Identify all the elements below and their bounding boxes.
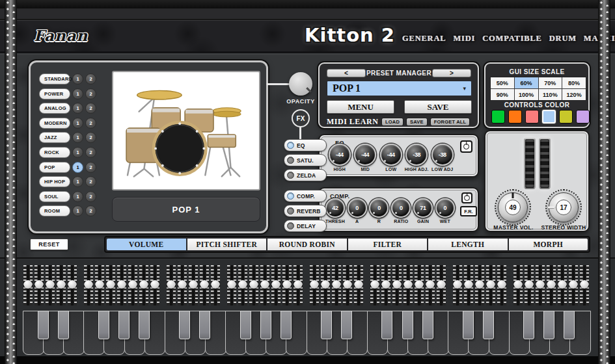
mixer-fader[interactable]	[580, 265, 589, 306]
mixer-fader[interactable]	[437, 265, 446, 306]
kit-variant-room-2[interactable]: 2	[85, 205, 96, 216]
kit-category-power[interactable]: POWER	[39, 88, 70, 99]
color-swatch[interactable]	[542, 110, 556, 124]
mixer-fader[interactable]	[271, 265, 280, 306]
mixer-fader[interactable]	[392, 265, 402, 306]
mixer-fader[interactable]	[139, 265, 148, 306]
kit-variant-standard-1[interactable]: 1	[72, 73, 83, 84]
tab-round-robin[interactable]: ROUND ROBIN	[267, 239, 347, 250]
kit-variant-jazz-1[interactable]: 1	[72, 132, 83, 143]
kit-variant-pop-2[interactable]: 2	[85, 162, 96, 173]
piano-key-black[interactable]	[564, 311, 575, 339]
preset-dropdown[interactable]: POP 1 ▾	[327, 81, 472, 96]
kit-variant-rock-2[interactable]: 2	[85, 147, 96, 158]
mixer-fader[interactable]	[128, 265, 137, 306]
mixer-fader[interactable]	[106, 265, 115, 306]
mixer-fader[interactable]	[453, 265, 462, 306]
mixer-fader[interactable]	[354, 265, 363, 306]
master-volume-knob[interactable]: 49	[498, 192, 528, 222]
toggle-eq[interactable]: EQ	[284, 139, 327, 151]
comp-power-button[interactable]	[461, 192, 472, 203]
comp-knob-r[interactable]: 0R	[368, 198, 390, 224]
kit-variant-pop-1[interactable]: 1	[72, 162, 83, 173]
mixer-fader[interactable]	[260, 265, 269, 306]
comp-knob-ratio[interactable]: 0RATIO	[390, 198, 412, 224]
mixer-fader[interactable]	[227, 265, 236, 306]
eq-power-button[interactable]	[460, 140, 472, 153]
tab-morph[interactable]: MORPH	[509, 239, 588, 250]
gui-size-110[interactable]: 110%	[539, 89, 562, 100]
mixer-fader[interactable]	[34, 265, 44, 306]
piano-key-black[interactable]	[118, 311, 130, 339]
tab-filter[interactable]: FILTER	[348, 239, 428, 250]
comp-fr-button[interactable]: F.R.	[460, 206, 477, 216]
mixer-fader[interactable]	[178, 265, 187, 306]
tab-volume[interactable]: VOLUME	[107, 239, 186, 250]
mixer-fader[interactable]	[84, 265, 93, 306]
kit-variant-rock-1[interactable]: 1	[72, 147, 83, 158]
midi-forget-all-button[interactable]: FORGET ALL	[430, 118, 471, 126]
kit-variant-modern-1[interactable]: 1	[72, 118, 83, 129]
mixer-fader[interactable]	[536, 265, 545, 306]
kit-variant-standard-2[interactable]: 2	[85, 73, 96, 84]
kit-variant-jazz-2[interactable]: 2	[85, 132, 96, 143]
mixer-fader[interactable]	[415, 265, 424, 306]
comp-knob-thresh[interactable]: 42THRESH	[324, 198, 346, 224]
mixer-fader[interactable]	[525, 265, 534, 306]
mixer-fader[interactable]	[238, 265, 247, 306]
piano-key-black[interactable]	[381, 311, 392, 339]
piano-key-black[interactable]	[341, 311, 352, 339]
piano-key-black[interactable]	[139, 311, 150, 339]
mixer-fader[interactable]	[558, 265, 567, 306]
piano-key-black[interactable]	[422, 311, 433, 339]
mixer-fader[interactable]	[475, 265, 484, 306]
toggle-delay[interactable]: DELAY	[284, 220, 327, 232]
kit-category-soul[interactable]: SOUL	[39, 191, 70, 202]
mixer-fader[interactable]	[403, 265, 413, 306]
comp-knob-wet[interactable]: 0WET	[434, 198, 456, 224]
comp-knob-gain[interactable]: 71GAIN	[412, 198, 434, 224]
kit-variant-hip-hop-2[interactable]: 2	[85, 176, 96, 187]
color-swatch[interactable]	[508, 110, 522, 124]
color-swatch[interactable]	[491, 110, 505, 124]
mixer-fader[interactable]	[189, 265, 198, 306]
toggle-zelda[interactable]: ZELDA	[284, 169, 327, 181]
eq-knob-mid[interactable]: -44MID	[353, 144, 379, 172]
mixer-fader[interactable]	[249, 265, 258, 306]
kit-variant-room-1[interactable]: 1	[72, 205, 83, 216]
mixer-fader[interactable]	[68, 265, 77, 306]
comp-knob-a[interactable]: 0A	[346, 198, 368, 224]
kit-variant-soul-2[interactable]: 2	[85, 191, 96, 202]
kit-variant-analog-2[interactable]: 2	[85, 103, 96, 114]
mixer-fader[interactable]	[370, 265, 379, 306]
mixer-fader[interactable]	[211, 265, 220, 306]
tab-length[interactable]: LENGTH	[428, 239, 508, 250]
kit-variant-analog-1[interactable]: 1	[72, 103, 83, 114]
midi-save-button[interactable]: SAVE	[406, 118, 428, 126]
gui-size-70[interactable]: 70%	[539, 77, 562, 88]
fx-button[interactable]: FX	[292, 109, 310, 127]
piano-key-black[interactable]	[543, 311, 554, 339]
kit-variant-soul-1[interactable]: 1	[72, 191, 83, 202]
mixer-fader[interactable]	[310, 265, 319, 306]
piano-key-black[interactable]	[98, 311, 109, 339]
gui-size-50[interactable]: 50%	[491, 77, 514, 88]
toggle-reverb[interactable]: REVERB	[284, 205, 327, 217]
mixer-fader[interactable]	[294, 265, 303, 306]
piano-key-black[interactable]	[402, 311, 413, 339]
toggle-satu[interactable]: SATU.	[284, 154, 327, 166]
mixer-fader[interactable]	[117, 265, 126, 306]
mixer-fader[interactable]	[95, 265, 104, 306]
piano-key-black[interactable]	[199, 311, 210, 339]
mixer-fader[interactable]	[513, 265, 523, 306]
mixer-fader[interactable]	[497, 265, 506, 306]
kit-variant-hip-hop-1[interactable]: 1	[72, 176, 83, 187]
kit-category-hip-hop[interactable]: HIP HOP	[39, 176, 70, 187]
kit-category-standard[interactable]: STANDARD	[39, 73, 70, 84]
mixer-fader[interactable]	[486, 265, 495, 306]
color-swatch[interactable]	[559, 110, 573, 124]
piano-key-black[interactable]	[58, 311, 69, 339]
preset-next-button[interactable]: >	[432, 69, 471, 77]
eq-knob-high[interactable]: -44HIGH	[327, 144, 353, 172]
color-swatch[interactable]	[576, 110, 590, 124]
